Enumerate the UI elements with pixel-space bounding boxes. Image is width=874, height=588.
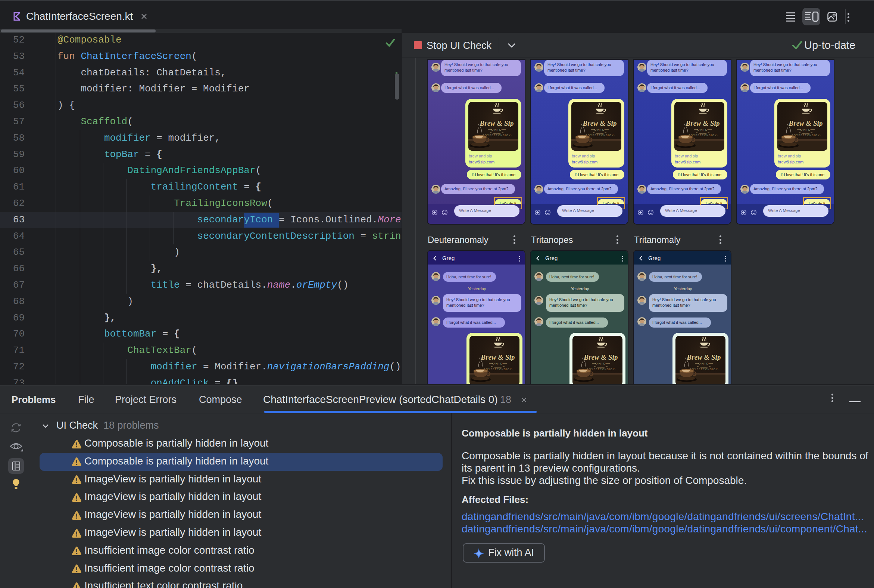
svg-text:ONID: ONID: [698, 362, 709, 365]
svg-text:ONID: ONID: [595, 362, 607, 365]
svg-text:ONID: ONID: [594, 128, 605, 131]
svg-text:Brew & Sip: Brew & Sip: [686, 119, 720, 127]
svg-text:Brew & Sip: Brew & Sip: [479, 119, 514, 127]
svg-text:ONID: ONID: [492, 362, 503, 365]
svg-text:Brew & Sip: Brew & Sip: [788, 119, 823, 127]
svg-text:Brew & Sip: Brew & Sip: [687, 353, 721, 361]
svg-text:ONID: ONID: [800, 128, 811, 131]
svg-text:Brew & Sip: Brew & Sip: [584, 353, 618, 361]
svg-text:ONID: ONID: [491, 128, 502, 131]
svg-text:Brew & Sip: Brew & Sip: [583, 119, 617, 127]
svg-text:Brew & Sip: Brew & Sip: [481, 353, 515, 361]
svg-text:ONID: ONID: [697, 128, 708, 131]
